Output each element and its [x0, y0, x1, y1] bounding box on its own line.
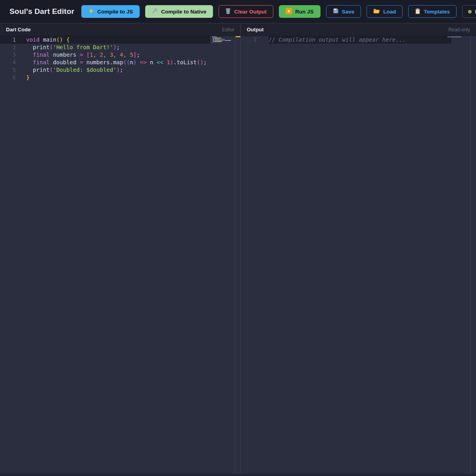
- line-number: 3: [0, 51, 16, 59]
- output-editor[interactable]: 1// Compilation output will appear here.…: [241, 36, 476, 474]
- minimap-line: [212, 41, 234, 42]
- compile-to-js-button[interactable]: Compile to JS: [81, 5, 140, 18]
- output-overview-ruler: [470, 36, 476, 474]
- compile-to-js-label: Compile to JS: [97, 9, 133, 15]
- editor-badge: Editor: [222, 27, 234, 33]
- code-line: 4 final doubled = numbers.map((n) => n <…: [0, 59, 240, 66]
- code-line-text: }: [26, 74, 29, 81]
- code-line-text: void main() {: [26, 36, 70, 44]
- line-number: 5: [0, 66, 16, 74]
- code-line-text: final doubled = numbers.map((n) => n << …: [26, 59, 207, 66]
- trash-icon: [225, 8, 231, 15]
- clear-output-label: Clear Output: [234, 9, 267, 15]
- code-line: 6}: [0, 74, 240, 81]
- lightning-icon: [88, 8, 94, 15]
- code-line: 1void main() {: [0, 36, 240, 44]
- code-line-text: print('Hello from Dart!');: [26, 44, 120, 51]
- save-button[interactable]: Save: [326, 5, 361, 18]
- code-line-text: final numbers = [1, 2, 3, 4, 5];: [26, 51, 140, 59]
- play-icon: [286, 8, 292, 15]
- editor-minimap[interactable]: [212, 36, 234, 44]
- output-minimap[interactable]: [447, 36, 470, 38]
- run-js-label: Run JS: [295, 9, 314, 15]
- minimap-line: [212, 38, 234, 38]
- code-line-text: // Compilation output will appear here..…: [269, 36, 406, 44]
- code-line-text: print('Doubled: $doubled');: [26, 66, 123, 74]
- code-line: 1// Compilation output will appear here.…: [241, 36, 476, 44]
- floppy-disk-icon: [333, 8, 339, 15]
- code-line: 2 print('Hello from Dart!');: [0, 44, 240, 51]
- templates-label: Templates: [424, 9, 450, 15]
- line-number: 2: [0, 44, 16, 51]
- load-button[interactable]: Load: [367, 5, 403, 18]
- bottom-edge: [0, 474, 476, 476]
- minimap-line: [447, 36, 470, 37]
- overview-ruler: [235, 36, 240, 474]
- toolbar: Soul's Dart Editor Compile to JS Compile…: [0, 0, 476, 23]
- status-dot-icon: [468, 10, 472, 13]
- dart-code-panel: Dart Code Editor 1void main() {2 print('…: [0, 23, 241, 474]
- dart-code-panel-title: Dart Code: [6, 27, 31, 33]
- line-number: 1: [241, 36, 257, 44]
- clipboard-icon: [415, 8, 420, 15]
- split-view: Dart Code Editor 1void main() {2 print('…: [0, 23, 476, 474]
- compile-to-native-label: Compile to Native: [161, 9, 206, 15]
- save-label: Save: [342, 9, 355, 15]
- clear-output-button[interactable]: Clear Output: [219, 5, 273, 18]
- minimap-line: [212, 40, 234, 41]
- templates-button[interactable]: Templates: [408, 5, 457, 18]
- output-panel: Output Read-only 1// Compilation output …: [241, 23, 476, 474]
- output-panel-header: Output Read-only: [241, 23, 476, 36]
- read-only-badge: Read-only: [448, 27, 470, 33]
- app-title: Soul's Dart Editor: [10, 7, 74, 16]
- dart-editor-app: Soul's Dart Editor Compile to JS Compile…: [0, 0, 476, 476]
- cursor-position-marker: [236, 36, 240, 37]
- compile-to-native-button[interactable]: Compile to Native: [145, 5, 213, 18]
- code-line: 5 print('Doubled: $doubled');: [0, 66, 240, 74]
- wrench-icon: [152, 8, 158, 15]
- load-label: Load: [383, 9, 396, 15]
- minimap-line: [212, 42, 234, 43]
- line-number: 6: [0, 74, 16, 81]
- output-panel-title: Output: [247, 27, 264, 33]
- dart-code-editor[interactable]: 1void main() {2 print('Hello from Dart!'…: [0, 36, 240, 474]
- status-badge: Ready: [462, 5, 476, 18]
- dart-code-panel-header: Dart Code Editor: [0, 23, 240, 36]
- line-number: 4: [0, 59, 16, 66]
- open-folder-icon: [373, 8, 380, 15]
- code-line: 3 final numbers = [1, 2, 3, 4, 5];: [0, 51, 240, 59]
- minimap-line: [212, 36, 234, 37]
- line-number: 1: [0, 36, 16, 44]
- minimap-line: [212, 39, 234, 40]
- run-js-button[interactable]: Run JS: [279, 5, 321, 18]
